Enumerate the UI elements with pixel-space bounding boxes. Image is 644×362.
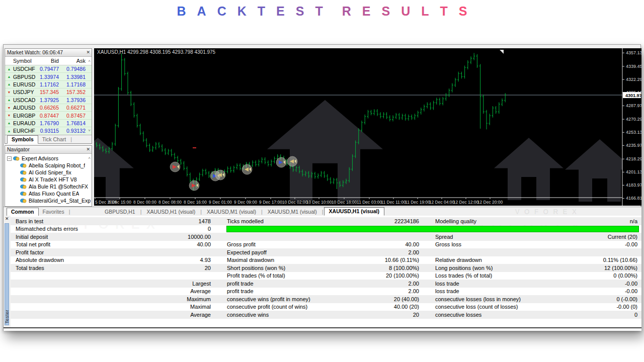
ask-value: 1.17168: [60, 81, 87, 87]
scroll-up-icon[interactable]: ˄: [88, 156, 91, 160]
time-axis-label: 8 Dec 16:00: [184, 200, 207, 205]
tester-value: Maximal: [140, 304, 211, 310]
tester-value: 22234186: [356, 218, 419, 224]
chart-window[interactable]: 4357.1304339.4504322.2904305.1204287.970…: [94, 48, 641, 206]
navigator-title: Navigator: [7, 146, 30, 152]
close-icon[interactable]: ✕: [86, 49, 90, 56]
tester-vertical-bar[interactable]: Tester: [5, 223, 9, 325]
collapse-icon[interactable]: −: [7, 156, 12, 161]
chart-tab[interactable]: XAUUSD,M1 (visual): [263, 208, 321, 216]
title-letter: C: [217, 4, 226, 19]
tab-symbols[interactable]: Symbols: [7, 135, 38, 144]
tab-divider: |: [70, 136, 72, 143]
tester-value: 2.00: [356, 249, 419, 255]
tester-label: Profit trades (% of total): [211, 273, 356, 279]
trend-up-icon: ▲: [5, 67, 13, 71]
symbol-label: USDJPY: [13, 89, 38, 95]
tester-label: profit trade: [211, 288, 356, 294]
chart-canvas[interactable]: 4357.1304339.4504322.2904305.1204287.970…: [94, 48, 641, 206]
tab-favorites[interactable]: Favorites: [39, 208, 68, 216]
bid-value: 1.17162: [38, 81, 60, 87]
tester-label: Gross loss: [419, 241, 584, 247]
tree-item-ea[interactable]: AI X TradeX HFT V8: [5, 176, 92, 183]
market-watch-row[interactable]: ▼USDJPY157.345157.352: [5, 88, 92, 96]
title-letter: K: [237, 4, 247, 19]
tester-label: loss trade: [419, 281, 584, 287]
mt4-window: Market Watch: 06:06:47 ✕ Symbol Bid Ask …: [3, 44, 641, 331]
trend-up-icon: ▲: [5, 121, 13, 125]
navigator-panel: Navigator ✕ −Expert AdvisorsAbella Scalp…: [5, 145, 92, 207]
bid-value: 1.33974: [38, 74, 60, 80]
tester-row: Initial deposit10000.00SpreadCurrent (20…: [11, 233, 641, 241]
ask-value: 0.87457: [60, 113, 87, 119]
tree-item-ea[interactable]: BilateralGrid_v4_Stat_Exp: [5, 197, 92, 204]
time-axis-label: 12 Dec 12:00: [453, 200, 479, 205]
close-icon[interactable]: ✕: [86, 146, 90, 153]
market-watch-title: Market Watch: 06:06:47: [7, 49, 63, 55]
ask-value: 0.93132: [60, 128, 87, 134]
price-axis-label: 4339.450: [626, 64, 641, 69]
tree-item-ea[interactable]: Abella Scalping Robot_f: [5, 162, 92, 169]
title-letter: S: [296, 4, 304, 19]
tester-label: Profit factor: [11, 249, 140, 255]
tester-label: consecutive losses: [419, 312, 584, 318]
trade-marker-exit: [287, 156, 297, 166]
chart-tab[interactable]: XAUUSD,M1 (visual): [202, 208, 261, 216]
tree-item-label: AI X TradeX HFT V8: [29, 176, 77, 183]
tester-value: Average: [140, 288, 211, 294]
time-axis-label: 10 Dec 18:00: [332, 200, 357, 205]
tab-common[interactable]: Common: [7, 208, 39, 216]
bid-value: 1.76790: [38, 120, 60, 126]
tree-item-ea[interactable]: AI Gold Sniper_fix: [5, 169, 92, 176]
tester-row: Averageprofit trade2.00loss trade-0.00: [11, 288, 641, 296]
expert-advisor-icon: [13, 156, 20, 161]
market-watch-row[interactable]: ▲GBPUSD1.339741.33981: [5, 73, 92, 80]
trade-marker-buy: [276, 157, 286, 167]
tester-label: Total trades: [11, 265, 140, 271]
market-watch-titlebar: Market Watch: 06:06:47 ✕: [5, 49, 92, 57]
time-axis-label: 9 Dec 01:00: [209, 200, 232, 205]
tester-report-panel: ✕ Tester VOFOREX VOFOREX Bars in test147…: [4, 216, 641, 328]
tester-value: n/a: [584, 218, 641, 224]
market-watch-row[interactable]: ▲USDCHF0.794770.79486: [5, 65, 92, 73]
tester-label: consecutive loss (count of losses): [419, 304, 584, 310]
tester-label: Loss trades (% of total): [419, 273, 584, 279]
market-watch-row[interactable]: ▼AUDUSD0.662650.66271: [5, 104, 92, 112]
tester-value: -0.00: [584, 281, 641, 287]
tester-row: Largestprofit trade2.00loss trade-0.00: [11, 280, 641, 288]
tester-value: 20: [356, 312, 419, 318]
tester-label: Bars in test: [11, 218, 140, 224]
tester-row: Absolute drawdown4.93Maximal drawdown10.…: [11, 256, 641, 264]
scroll-down-icon[interactable]: ˅: [88, 128, 91, 133]
market-watch-row[interactable]: ▲EURAUD1.767901.76814: [5, 120, 92, 127]
chart-tab-active[interactable]: XAUUSD,H1 (visual): [324, 207, 384, 216]
ask-value: 0.66271: [60, 105, 87, 111]
scroll-up-icon[interactable]: ˄: [88, 59, 91, 63]
chart-tab[interactable]: XAUUSD,H1 (visual): [142, 208, 200, 216]
market-watch-row[interactable]: ▼EURGBP0.874470.87457: [5, 112, 92, 119]
tree-item-ea[interactable]: Atlas Fluxo Quant EA: [5, 190, 92, 197]
bid-value: 0.87447: [38, 113, 60, 119]
tester-label: Relative drawdown: [419, 257, 584, 263]
title-letter: S: [381, 4, 390, 19]
tree-item-expert-advisors[interactable]: −Expert Advisors: [5, 155, 92, 162]
tab-tick-chart[interactable]: Tick Chart: [38, 136, 70, 143]
tree-item-ea[interactable]: Ala Bule R1 @SoftechFX: [5, 183, 92, 190]
tester-label: consecutive wins (profit in money): [211, 296, 356, 302]
time-axis-label: 10 Dec 10:00: [306, 200, 332, 205]
tester-value: 40.00 (20): [356, 304, 419, 310]
chart-tab[interactable]: GBPUSD,H1: [100, 208, 140, 216]
title-letter: S: [459, 4, 467, 19]
market-watch-row[interactable]: ▲EURUSD1.171621.17168: [5, 81, 92, 88]
scroll-down-icon[interactable]: ˅: [88, 200, 91, 205]
title-letter: T: [315, 4, 323, 19]
ask-value: 1.33981: [60, 74, 87, 80]
tester-label: consecutive losses (loss in money): [419, 296, 584, 302]
bid-value: 0.66265: [38, 105, 60, 111]
trade-marker-sell: [170, 162, 180, 172]
market-watch-row[interactable]: ▲EURCHF0.931150.93132: [5, 127, 92, 135]
time-axis-label: 5 Dec 15:00: [108, 200, 131, 205]
close-icon[interactable]: ✕: [5, 216, 9, 221]
navigator-bottom-tabs: Common Favorites |: [7, 208, 70, 216]
market-watch-row[interactable]: ▲USDCAD1.379251.37936: [5, 97, 92, 104]
